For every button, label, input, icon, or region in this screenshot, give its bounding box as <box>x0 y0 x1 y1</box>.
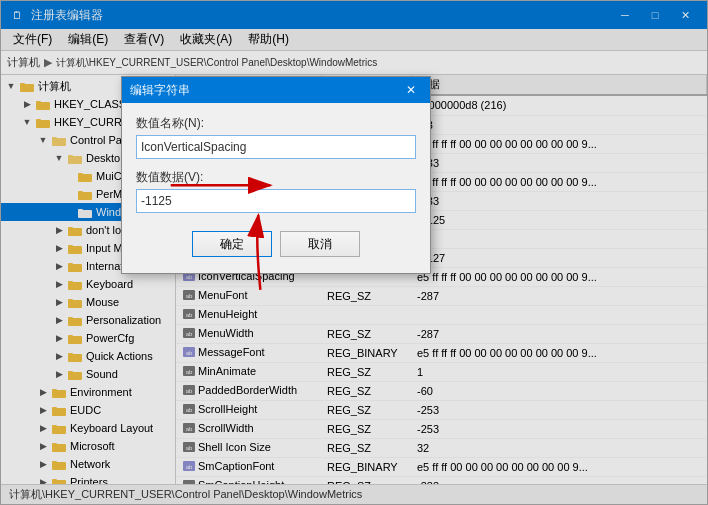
regedit-window: 🗒 注册表编辑器 ─ □ ✕ 文件(F) 编辑(E) 查看(V) 收藏夹(A) … <box>0 0 708 505</box>
name-input[interactable] <box>136 135 416 159</box>
dialog-content: 数值名称(N): 数值数据(V): 确定 取消 <box>122 103 430 273</box>
value-input[interactable] <box>136 189 416 213</box>
dialog-close-button[interactable]: ✕ <box>400 81 422 99</box>
name-field: 数值名称(N): <box>136 115 416 159</box>
edit-string-dialog: 编辑字符串 ✕ 数值名称(N): 数值数据(V): 确定 取消 <box>121 76 431 274</box>
cancel-button[interactable]: 取消 <box>280 231 360 257</box>
name-label: 数值名称(N): <box>136 115 416 132</box>
dialog-buttons: 确定 取消 <box>136 223 416 261</box>
dialog-overlay: 编辑字符串 ✕ 数值名称(N): 数值数据(V): 确定 取消 <box>1 1 707 504</box>
value-label: 数值数据(V): <box>136 169 416 186</box>
dialog-title-bar: 编辑字符串 ✕ <box>122 77 430 103</box>
ok-button[interactable]: 确定 <box>192 231 272 257</box>
dialog-title: 编辑字符串 <box>130 82 190 99</box>
value-field: 数值数据(V): <box>136 169 416 213</box>
